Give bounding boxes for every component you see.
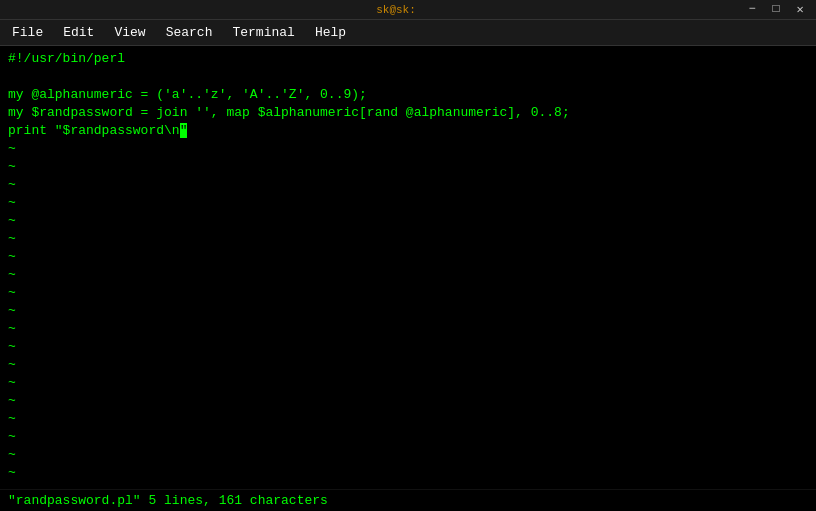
statusbar-text: "randpassword.pl" 5 lines, 161 character… — [8, 493, 328, 508]
tilde-line: ~ — [8, 356, 808, 374]
titlebar-title: sk@sk: — [48, 4, 744, 16]
titlebar-controls: − □ ✕ — [744, 2, 808, 17]
code-line-empty — [8, 68, 808, 86]
tilde-line: ~ — [8, 284, 808, 302]
menu-item-search[interactable]: Search — [158, 23, 221, 42]
minimize-button[interactable]: − — [744, 2, 760, 17]
titlebar: sk@sk: − □ ✕ — [0, 0, 816, 20]
tilde-line: ~ — [8, 464, 808, 482]
menu-item-edit[interactable]: Edit — [55, 23, 102, 42]
tilde-line: ~ — [8, 302, 808, 320]
code-line-4: my $randpassword = join '', map $alphanu… — [8, 104, 808, 122]
tilde-line: ~ — [8, 410, 808, 428]
text-cursor: " — [180, 123, 188, 138]
menu-item-view[interactable]: View — [106, 23, 153, 42]
tilde-line: ~ — [8, 392, 808, 410]
maximize-button[interactable]: □ — [768, 2, 784, 17]
close-button[interactable]: ✕ — [792, 2, 808, 17]
menu-item-terminal[interactable]: Terminal — [224, 23, 302, 42]
code-line-5: print "$randpassword\n" — [8, 122, 808, 140]
tilde-line: ~ — [8, 320, 808, 338]
menu-item-help[interactable]: Help — [307, 23, 354, 42]
tilde-line: ~ — [8, 212, 808, 230]
tilde-line: ~ — [8, 194, 808, 212]
tilde-line: ~ — [8, 266, 808, 284]
tilde-line: ~ — [8, 374, 808, 392]
tilde-line: ~ — [8, 482, 808, 489]
tilde-line: ~ — [8, 338, 808, 356]
tilde-line: ~ — [8, 176, 808, 194]
statusbar: "randpassword.pl" 5 lines, 161 character… — [0, 489, 816, 511]
tilde-line: ~ — [8, 446, 808, 464]
code-line-1: #!/usr/bin/perl — [8, 50, 808, 68]
code-line-3: my @alphanumeric = ('a'..'z', 'A'..'Z', … — [8, 86, 808, 104]
tilde-line: ~ — [8, 230, 808, 248]
menu-item-file[interactable]: File — [4, 23, 51, 42]
editor[interactable]: #!/usr/bin/perl my @alphanumeric = ('a'.… — [0, 46, 816, 489]
tilde-line: ~ — [8, 140, 808, 158]
tilde-line: ~ — [8, 158, 808, 176]
tilde-line: ~ — [8, 428, 808, 446]
menubar: FileEditViewSearchTerminalHelp — [0, 20, 816, 46]
tilde-line: ~ — [8, 248, 808, 266]
